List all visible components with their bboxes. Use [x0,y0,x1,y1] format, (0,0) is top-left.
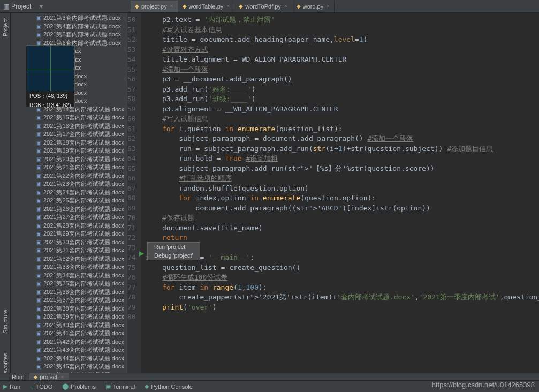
python-icon: ◆ [183,3,187,9]
file-row[interactable]: ▣2021第3套内部考试试题.docx [11,14,127,22]
python-icon: ◆ [135,3,139,9]
file-label: 2021第26套内部考试试题.docx [43,205,124,213]
color-picker-popup[interactable]: POS：(46, 139) RGB：(13,41,62) [26,45,75,107]
close-icon[interactable]: × [284,3,287,9]
run-tab[interactable]: ◆ project × [29,373,68,381]
file-row[interactable]: ▣2021第34套内部考试试题.docx [11,272,127,280]
color-rgb: RGB：(13,41,62) [26,101,74,110]
file-label: 2021第28套内部考试试题.docx [43,222,124,230]
editor-tab[interactable]: ◆wordToPdf.py× [234,1,292,12]
file-row[interactable]: ▣2021第26套内部考试试题.docx [11,205,127,214]
file-label: 2021第16套内部考试试题.docx [43,122,124,130]
ctx-run[interactable]: Run 'project' [148,243,200,251]
context-menu[interactable]: Run 'project' Debug 'project' [147,242,200,260]
file-row[interactable]: ▣2021第30套内部考试试题.docx [11,238,127,247]
file-label: 2021第40套内部考试试题.docx [43,321,124,329]
file-row[interactable]: ▣2021第38套内部考试试题.docx [11,305,127,313]
file-row[interactable]: ▣2021第33套内部考试试题.docx [11,263,127,272]
file-label: 2021第41套内部考试试题.docx [43,329,124,337]
file-row[interactable]: ▣2021第15套内部考试试题.docx [11,114,127,122]
tab-label: word.py [303,3,324,10]
file-icon: ▣ [36,223,41,229]
file-row[interactable]: ▣2021第44套内部考试试题.docx [11,355,127,363]
file-label: 2021第21套内部考试试题.docx [43,163,124,171]
file-icon: ▣ [36,322,41,328]
file-row[interactable]: ▣2021第25套内部考试试题.docx [11,197,127,205]
file-row[interactable]: ▣2021第45套内部考试试题.docx [11,363,127,371]
sidebar-project[interactable]: Project [2,15,9,40]
file-row[interactable]: ▣2021第31套内部考试试题.docx [11,246,127,255]
file-row[interactable]: ▣2021第16套内部考试试题.docx [11,122,127,131]
file-icon: ▣ [36,256,41,262]
file-row[interactable]: ▣2021第18套内部考试试题.docx [11,139,127,147]
code-area[interactable]: p2.text = '内部试题，禁止泄露' #写入试卷基本信息 titile =… [141,13,539,373]
file-label: 2021第5套内部考试试题.docx [43,31,121,39]
file-row[interactable]: ▣2021第35套内部考试试题.docx [11,280,127,288]
terminal-icon: ▣ [105,383,111,390]
file-row[interactable]: ▣2021第36套内部考试试题.docx [11,288,127,297]
file-row[interactable]: ▣2021第22套内部考试试题.docx [11,172,127,180]
file-row[interactable]: ▣2021第43套内部考试试题.docx [11,346,127,355]
tab-label: wordTable.py [189,3,224,10]
file-icon: ▣ [36,214,41,220]
file-icon: ▣ [36,239,41,245]
editor-tab[interactable]: ◆project.py× [131,1,178,12]
bottom-terminal[interactable]: ▣Terminal [105,383,135,390]
file-row[interactable]: ▣2021第28套内部考试试题.docx [11,222,127,230]
file-row[interactable]: ▣2021第4套内部考试试题.docx [11,22,127,31]
file-row[interactable]: ▣2021第41套内部考试试题.docx [11,329,127,338]
sidebar-structure[interactable]: Structure [2,306,9,337]
file-icon: ▣ [36,273,41,278]
file-icon: ▣ [36,190,41,195]
file-label: 2021第27套内部考试试题.docx [43,213,124,221]
dropdown-icon[interactable]: ▾ [36,3,46,10]
file-label: 2021第33套内部考试试题.docx [43,263,124,271]
file-label: 2021第3套内部考试试题.docx [43,14,121,22]
editor-tab[interactable]: ◆word.py× [292,1,335,12]
file-row[interactable]: ▣2021第24套内部考试试题.docx [11,189,127,197]
bottom-problems[interactable]: ⬤Problems [62,383,95,390]
file-icon: ▣ [36,339,41,345]
file-row[interactable]: ▣2021第27套内部考试试题.docx [11,213,127,222]
file-label: 2021第22套内部考试试题.docx [43,172,124,180]
bottom-run[interactable]: ▶Run [3,383,20,390]
file-row[interactable]: ▣2021第21套内部考试试题.docx [11,163,127,172]
python-icon: ◆ [34,374,37,380]
file-icon: ▣ [36,140,41,146]
file-row[interactable]: ▣2021第20套内部考试试题.docx [11,155,127,164]
file-icon: ▣ [36,306,41,312]
file-icon: ▣ [36,148,41,154]
left-gutter: Project Structure Favorites [0,13,11,380]
file-label: 2021第29套内部考试试题.docx [43,230,124,238]
file-label: 2021第19套内部考试试题.docx [43,147,124,155]
file-label: 2021第15套内部考试试题.docx [43,114,124,122]
ctx-debug[interactable]: Debug 'project' [148,251,200,260]
file-label: 2021第31套内部考试试题.docx [43,246,124,254]
file-row[interactable]: ▣2021第39套内部考试试题.docx [11,313,127,321]
code-editor[interactable]: 5051525354555657585960616263646566676869… [127,13,539,373]
file-row[interactable]: ▣2021第40套内部考试试题.docx [11,321,127,330]
close-icon[interactable]: × [327,3,330,9]
file-icon: ▣ [36,289,41,295]
file-row[interactable]: ▣2021第32套内部考试试题.docx [11,255,127,263]
file-icon: ▣ [36,123,41,129]
file-row[interactable]: ▣2021第42套内部考试试题.docx [11,338,127,346]
file-row[interactable]: ▣2021第5套内部考试试题.docx [11,31,127,39]
bottom-todo[interactable]: ≡TODO [30,383,52,390]
file-row[interactable]: ▣2021第23套内部考试试题.docx [11,180,127,189]
close-icon[interactable]: × [226,3,230,9]
python-icon: ◆ [145,383,149,390]
file-row[interactable]: ▣2021第17套内部考试试题.docx [11,130,127,139]
editor-tab[interactable]: ◆wordTable.py× [178,1,235,12]
close-icon[interactable]: × [170,3,173,9]
run-gutter-icon[interactable]: ▶ [139,250,144,257]
bottom-console[interactable]: ◆Python Console [145,383,193,390]
file-icon: ▣ [36,347,41,353]
file-row[interactable]: ▣2021第19套内部考试试题.docx [11,147,127,155]
color-swatch[interactable] [27,46,74,91]
file-row[interactable]: ▣2021第29套内部考试试题.docx [11,230,127,238]
file-row[interactable]: ▣2021第37套内部考试试题.docx [11,296,127,305]
close-icon[interactable]: × [60,374,64,380]
file-icon: ▣ [36,32,41,37]
file-label: 2021第18套内部考试试题.docx [43,139,124,147]
